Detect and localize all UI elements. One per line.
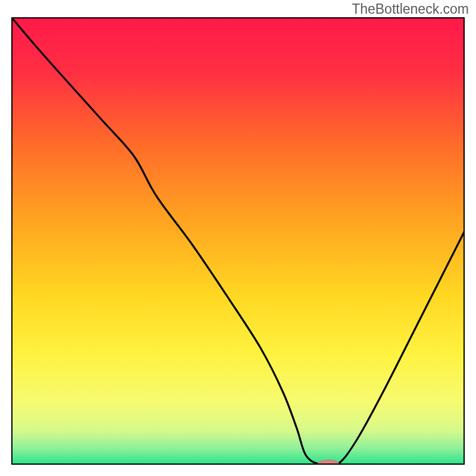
watermark-text: TheBottleneck.com	[352, 1, 469, 17]
bottleneck-chart	[0, 0, 476, 476]
plot-background	[12, 18, 464, 464]
chart-stage: TheBottleneck.com	[0, 0, 476, 476]
